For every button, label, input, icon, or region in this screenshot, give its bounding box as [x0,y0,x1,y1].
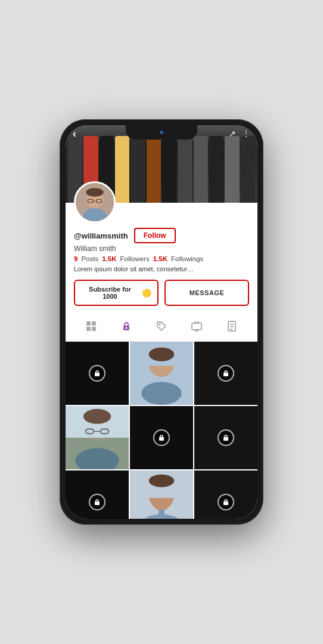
svg-rect-9 [86,327,91,331]
follow-button[interactable]: Follow [134,228,176,243]
svg-point-24 [141,382,181,405]
grid-cell-8[interactable] [130,470,193,519]
svg-point-42 [149,475,174,487]
profile-section: @williamsmith Follow William smith 9 Pos… [66,203,257,312]
followers-count: 1.5K [102,255,116,262]
svg-point-3 [86,188,103,197]
grid-cell-6[interactable] [194,406,257,469]
avatar-wrapper [74,181,116,223]
more-icon[interactable]: ⋮ [242,129,250,138]
tab-tag[interactable] [151,318,172,338]
svg-point-32 [83,409,111,424]
grid-cell-3[interactable] [194,342,257,405]
tab-grid[interactable] [80,318,102,338]
posts-label: Posts [81,255,98,262]
lock-overlay-1 [66,342,129,405]
followings-label: Followings [171,255,203,262]
lock-overlay-5 [130,406,193,469]
subscribe-button[interactable]: Subscribe for 1000 🟡 [74,280,159,306]
camera-dot [160,131,163,134]
svg-rect-10 [92,327,96,331]
back-button[interactable]: ‹ [73,128,76,140]
svg-rect-44 [223,501,228,505]
stats-row: 9 Posts 1.5K Followers 1.5K Followings [74,255,249,262]
phone-screen: ‹ ↗ ⋮ [66,125,257,519]
grid-cell-7[interactable] [66,470,129,519]
grid-cell-1[interactable] [66,342,129,405]
svg-rect-43 [159,510,164,519]
followings-count: 1.5K [153,255,167,262]
share-icon[interactable]: ↗ [229,129,236,138]
screen-content: ‹ ↗ ⋮ [66,125,257,519]
posts-count: 9 [74,255,77,262]
svg-rect-27 [223,373,228,376]
svg-point-26 [149,348,174,361]
svg-rect-37 [223,437,228,441]
avatar [74,181,116,223]
bio-text: Lorem ipsum dolor sit amet, consetetur… [74,265,249,274]
svg-point-12 [126,327,128,329]
lock-icon-3 [218,365,234,382]
grid-cell-5[interactable] [130,406,193,469]
action-buttons: Subscribe for 1000 🟡 MESSAGE [74,280,249,306]
lock-icon-1 [89,365,105,382]
grid-cell-4[interactable] [66,406,129,469]
grid-cell-9[interactable] [194,470,257,519]
phone-frame: ‹ ↗ ⋮ [60,119,263,525]
lock-overlay-9 [194,470,257,519]
lock-icon-7 [89,494,105,510]
lock-overlay-6 [194,406,257,469]
username: @williamsmith [74,231,128,240]
svg-rect-38 [95,501,100,505]
svg-rect-22 [95,373,100,376]
lock-overlay-3 [194,342,257,405]
lock-icon-9 [218,494,234,510]
svg-rect-8 [92,321,96,326]
full-name: William smith [74,244,249,253]
tab-document[interactable] [221,318,243,338]
subscribe-label: Subscribe for 1000 [81,286,139,300]
photo-grid [66,342,257,519]
tab-tv[interactable] [186,318,207,338]
tab-lock[interactable] [116,318,137,338]
lock-icon-6 [218,429,234,446]
svg-rect-36 [159,437,164,441]
tabs-row [66,312,257,342]
svg-rect-7 [86,321,91,326]
coin-icon: 🟡 [142,289,151,298]
message-button[interactable]: MESSAGE [164,280,249,306]
svg-rect-14 [192,323,201,330]
lock-icon-5 [153,429,170,446]
svg-point-13 [159,324,160,325]
followers-label: Followers [120,255,149,262]
lock-overlay-7 [66,470,129,519]
grid-cell-2[interactable] [130,342,193,405]
top-actions: ↗ ⋮ [229,129,250,138]
notch [126,125,197,140]
